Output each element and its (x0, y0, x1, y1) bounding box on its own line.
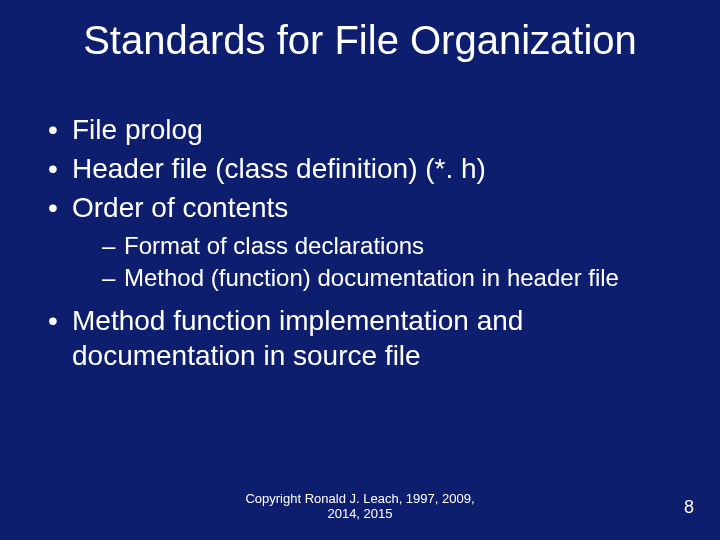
bullet-text: Order of contents (72, 192, 288, 223)
copyright-line: Copyright Ronald J. Leach, 1997, 2009, (245, 491, 474, 506)
bullet-item: Header file (class definition) (*. h) (48, 151, 680, 186)
sub-bullet-item: Format of class declarations (102, 231, 680, 261)
bullet-item: File prolog (48, 112, 680, 147)
bullet-text: Method function implementation and docum… (72, 305, 523, 371)
copyright-footer: Copyright Ronald J. Leach, 1997, 2009, 2… (0, 491, 720, 522)
page-number: 8 (684, 497, 694, 518)
slide-content: File prolog Header file (class definitio… (48, 112, 680, 377)
slide: Standards for File Organization File pro… (0, 0, 720, 540)
slide-title: Standards for File Organization (0, 18, 720, 63)
bullet-item: Method function implementation and docum… (48, 303, 680, 373)
sub-bullet-text: Format of class declarations (124, 232, 424, 259)
bullet-item: Order of contents Format of class declar… (48, 190, 680, 293)
sub-bullet-list: Format of class declarations Method (fun… (72, 231, 680, 293)
bullet-list: File prolog Header file (class definitio… (48, 112, 680, 373)
bullet-text: Header file (class definition) (*. h) (72, 153, 486, 184)
bullet-text: File prolog (72, 114, 203, 145)
sub-bullet-item: Method (function) documentation in heade… (102, 263, 680, 293)
sub-bullet-text: Method (function) documentation in heade… (124, 264, 619, 291)
copyright-line: 2014, 2015 (0, 506, 720, 522)
